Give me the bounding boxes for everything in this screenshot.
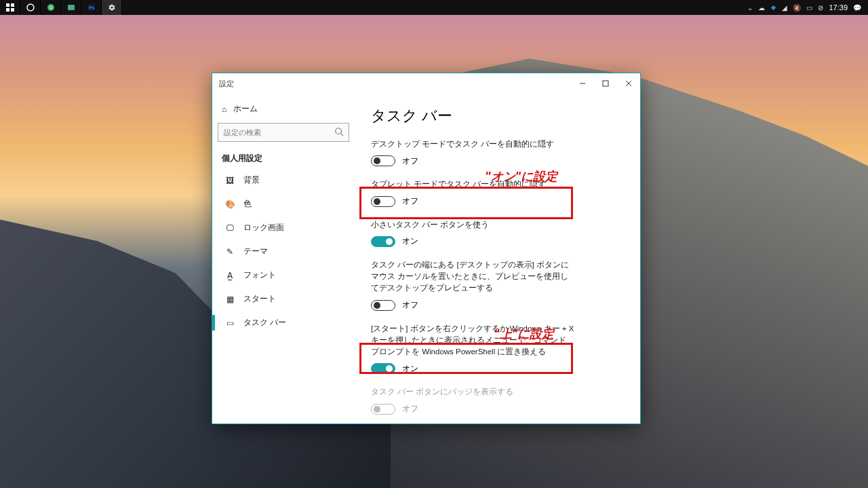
toggle-state: オフ bbox=[402, 196, 418, 206]
photoshop-icon[interactable]: Ps bbox=[81, 0, 102, 15]
sidebar-item-background[interactable]: 🖼 背景 bbox=[212, 168, 355, 192]
start-icon: ▦ bbox=[224, 295, 235, 304]
svg-rect-2 bbox=[6, 8, 9, 12]
toggle-state: オン bbox=[402, 236, 418, 246]
taskbar-icon: ▭ bbox=[224, 318, 235, 328]
setting-label: タスク バー ボタンにバッジを表示する bbox=[371, 386, 624, 398]
sidebar-item-label: ロック画面 bbox=[243, 222, 284, 233]
system-taskbar: Ps ⌄ ☁ ❖ ◢ 🔇 ▭ ⊘ 17:39 💬 bbox=[0, 0, 868, 15]
annotation-text: "オン"に設定 bbox=[485, 168, 557, 185]
start-button[interactable] bbox=[0, 0, 20, 15]
toggle-state: オフ bbox=[402, 404, 418, 414]
search-icon bbox=[334, 127, 344, 138]
colors-icon: 🎨 bbox=[224, 200, 235, 209]
chrome-icon[interactable] bbox=[41, 0, 61, 15]
action-center-icon[interactable]: 💬 bbox=[853, 4, 861, 12]
minimize-button[interactable] bbox=[571, 73, 594, 94]
sidebar-item-taskbar[interactable]: ▭ タスク バー bbox=[212, 311, 355, 335]
settings-window: 設定 ⌂ ホーム 個人用設定 🖼 背景 bbox=[212, 73, 641, 424]
system-tray: ⌄ ☁ ❖ ◢ 🔇 ▭ ⊘ 17:39 💬 bbox=[747, 3, 868, 12]
toggle-state: オン bbox=[402, 364, 418, 374]
tray-battery-icon[interactable]: ▭ bbox=[806, 4, 812, 12]
svg-rect-0 bbox=[6, 3, 9, 7]
window-title: 設定 bbox=[219, 79, 234, 89]
svg-text:Ps: Ps bbox=[88, 5, 94, 10]
toggle-powershell-replace[interactable] bbox=[371, 363, 395, 374]
sidebar-item-lockscreen[interactable]: 🖵 ロック画面 bbox=[212, 216, 355, 240]
sidebar-item-label: スタート bbox=[243, 293, 276, 305]
svg-point-15 bbox=[336, 128, 342, 134]
toggle-state: オフ bbox=[402, 300, 418, 310]
home-icon: ⌂ bbox=[222, 105, 226, 114]
page-title: タスク バー bbox=[371, 106, 624, 126]
tray-bluetooth-icon[interactable]: ❖ bbox=[770, 4, 776, 12]
svg-line-16 bbox=[341, 134, 344, 136]
sidebar-item-label: タスク バー bbox=[243, 317, 286, 329]
setting-label: タスク バーの端にある [デスクトップの表示] ボタンにマウス カーソルを置いた… bbox=[371, 259, 574, 295]
sidebar-item-themes[interactable]: ✎ テーマ bbox=[212, 240, 355, 263]
toggle-autohide-tablet[interactable] bbox=[371, 196, 395, 207]
settings-content: タスク バー デスクトップ モードでタスク バーを自動的に隠す オフ タブレット… bbox=[355, 94, 640, 424]
section-header: 個人用設定 bbox=[212, 146, 355, 168]
sidebar-item-label: 背景 bbox=[243, 174, 260, 186]
sidebar-home-label: ホーム bbox=[233, 103, 258, 115]
sidebar-item-label: フォント bbox=[243, 269, 276, 281]
background-icon: 🖼 bbox=[224, 176, 235, 185]
cortana-button[interactable] bbox=[20, 0, 41, 15]
setting-label: デスクトップ モードでタスク バーを自動的に隠す bbox=[371, 138, 624, 150]
svg-point-4 bbox=[27, 4, 34, 11]
tray-onedrive-icon[interactable]: ☁ bbox=[758, 4, 765, 12]
fonts-icon: A̲ bbox=[224, 271, 235, 280]
pinned-app-icon[interactable] bbox=[61, 0, 81, 15]
sidebar-home[interactable]: ⌂ ホーム bbox=[212, 99, 355, 119]
sidebar-item-start[interactable]: ▦ スタート bbox=[212, 287, 355, 311]
sidebar-item-label: テーマ bbox=[243, 246, 268, 257]
maximize-button[interactable] bbox=[594, 73, 617, 94]
clock[interactable]: 17:39 bbox=[829, 3, 848, 12]
svg-rect-8 bbox=[68, 5, 75, 10]
sidebar-item-fonts[interactable]: A̲ フォント bbox=[212, 263, 355, 287]
svg-rect-1 bbox=[11, 3, 14, 7]
svg-rect-3 bbox=[11, 8, 14, 12]
taskbar-left: Ps bbox=[0, 0, 122, 15]
setting-label: 小さいタスク バー ボタンを使う bbox=[371, 219, 624, 231]
settings-app-icon[interactable] bbox=[102, 0, 122, 15]
tray-mute-icon[interactable]: 🔇 bbox=[793, 4, 801, 12]
tray-chevron-icon[interactable]: ⌄ bbox=[747, 4, 753, 12]
sidebar: ⌂ ホーム 個人用設定 🖼 背景 🎨 色 🖵 bbox=[212, 94, 355, 424]
tray-wifi-icon[interactable]: ◢ bbox=[782, 4, 787, 12]
titlebar: 設定 bbox=[212, 73, 640, 94]
toggle-badges bbox=[371, 404, 395, 415]
themes-icon: ✎ bbox=[224, 247, 235, 257]
close-button[interactable] bbox=[617, 73, 640, 94]
svg-point-7 bbox=[50, 7, 52, 9]
sidebar-item-colors[interactable]: 🎨 色 bbox=[212, 192, 355, 216]
annotation-text: "上"に設定 bbox=[494, 326, 554, 342]
toggle-peek-desktop[interactable] bbox=[371, 300, 395, 311]
lockscreen-icon: 🖵 bbox=[224, 223, 235, 233]
toggle-small-buttons[interactable] bbox=[371, 236, 395, 247]
svg-rect-12 bbox=[603, 81, 608, 86]
sidebar-item-label: 色 bbox=[243, 198, 252, 210]
toggle-state: オフ bbox=[402, 156, 418, 166]
toggle-autohide-desktop[interactable] bbox=[371, 155, 395, 166]
search-input[interactable] bbox=[218, 123, 349, 142]
tray-input-icon[interactable]: ⊘ bbox=[818, 4, 823, 12]
